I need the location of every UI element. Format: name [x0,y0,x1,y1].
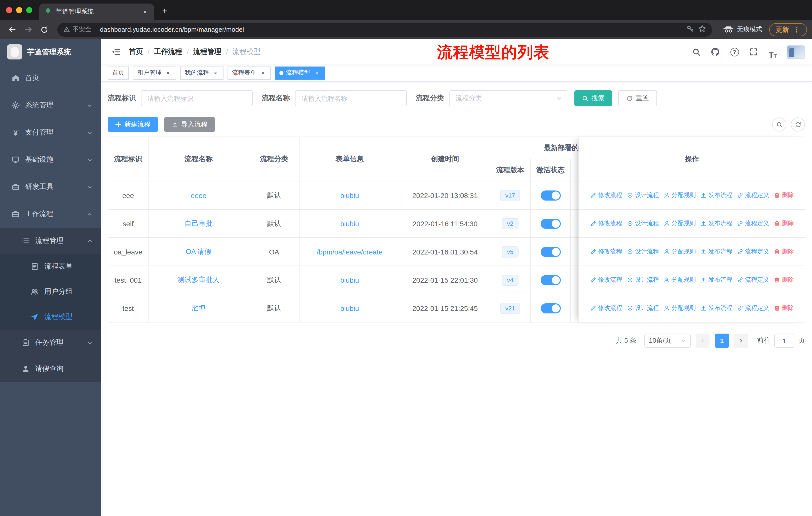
help-icon[interactable] [726,44,743,60]
font-size-icon[interactable] [765,44,781,60]
row-action-design[interactable]: 设计流程 [627,247,659,256]
row-action-edit[interactable]: 修改流程 [590,219,622,228]
sidebar-item-leave-query[interactable]: 请假查询 [0,356,101,382]
sidebar-item-infrastructure[interactable]: 基础设施 [0,146,101,173]
reset-button[interactable]: 重置 [618,90,657,106]
page-number-1[interactable]: 1 [715,333,729,348]
active-toggle[interactable] [541,218,560,228]
create-process-button[interactable]: 新建流程 [108,117,158,132]
back-button[interactable] [5,22,19,36]
sidebar-item-home[interactable]: 首页 [0,64,101,92]
row-action-publish[interactable]: 发布流程 [700,219,732,228]
bookmark-star-icon[interactable] [698,25,706,34]
process-name-input[interactable] [295,90,407,106]
row-action-definition[interactable]: 流程定义 [737,276,769,284]
tag-close-icon[interactable] [165,69,172,76]
sidebar-item-process-management[interactable]: 流程管理 [0,228,101,254]
row-action-delete[interactable]: 删除 [774,191,794,199]
row-action-design[interactable]: 设计流程 [627,191,659,199]
page-size-select[interactable]: 10条/页 [644,333,691,348]
row-action-delete[interactable]: 删除 [774,304,794,313]
tag-home[interactable]: 首页 [108,66,129,79]
row-action-definition[interactable]: 流程定义 [737,247,769,256]
app-logo[interactable]: 芋道管理系统 [0,39,101,64]
minimize-window-button[interactable] [16,7,22,13]
tag-close-icon[interactable] [313,69,320,76]
row-action-definition[interactable]: 流程定义 [737,191,769,199]
row-action-edit[interactable]: 修改流程 [590,191,622,199]
sidebar-item-devtools[interactable]: 研发工具 [0,173,101,200]
row-action-assign[interactable]: 分配规则 [664,219,696,228]
close-window-button[interactable] [6,7,12,13]
row-action-publish[interactable]: 发布流程 [700,304,732,313]
hamburger-icon[interactable] [108,44,124,60]
fullscreen-icon[interactable] [746,44,762,60]
security-warning[interactable]: 不安全 [63,25,91,34]
sidebar-item-workflow[interactable]: 工作流程 [0,200,101,228]
tag-my-process[interactable]: 我的流程 [180,66,224,79]
browser-update-button[interactable]: 更新 [769,23,807,36]
breadcrumb-home[interactable]: 首页 [129,47,143,56]
sidebar-item-process-model[interactable]: 流程模型 [0,304,101,330]
github-icon[interactable] [707,44,723,60]
password-key-icon[interactable] [686,25,694,34]
tag-close-icon[interactable] [212,69,219,76]
breadcrumb-process-management[interactable]: 流程管理 [193,47,222,56]
active-toggle[interactable] [541,303,560,313]
goto-page-input[interactable] [774,333,794,348]
form-info-link[interactable]: biubiu [340,276,359,284]
reload-button[interactable] [37,22,51,36]
next-page-button[interactable] [734,333,748,348]
row-action-assign[interactable]: 分配规则 [664,191,696,199]
active-toggle[interactable] [541,247,560,257]
row-action-delete[interactable]: 删除 [774,219,794,228]
url-text[interactable]: dashboard.yudao.iocoder.cn/bpm/manager/m… [100,26,682,33]
tag-tenant-management[interactable]: 租户管理 [133,66,176,79]
forward-button[interactable] [21,22,35,36]
row-action-definition[interactable]: 流程定义 [737,304,769,313]
process-name-link[interactable]: 测试多审批人 [177,275,220,284]
tag-process-model[interactable]: 流程模型 [275,66,325,79]
form-info-link[interactable]: biubiu [340,304,359,312]
process-category-select[interactable]: 流程分类 [449,90,567,106]
sidebar-item-task-management[interactable]: 任务管理 [0,330,101,356]
process-name-link[interactable]: OA 请假 [186,247,212,256]
row-action-assign[interactable]: 分配规则 [664,276,696,284]
tag-process-form[interactable]: 流程表单 [228,66,271,79]
form-info-link[interactable]: biubiu [340,219,359,227]
table-refresh-button[interactable] [791,117,805,132]
row-action-assign[interactable]: 分配规则 [664,304,696,313]
row-action-edit[interactable]: 修改流程 [590,247,622,256]
active-toggle[interactable] [541,275,560,285]
search-icon[interactable] [688,44,704,60]
zoom-window-button[interactable] [26,7,32,13]
sidebar-item-user-group[interactable]: 用户分组 [0,279,101,304]
process-key-input[interactable] [141,90,253,106]
row-action-design[interactable]: 设计流程 [627,219,659,228]
process-name-link[interactable]: 自己审批 [184,219,213,228]
sidebar-item-process-form[interactable]: 流程表单 [0,254,101,279]
process-name-link[interactable]: 滔博 [192,304,206,313]
tag-close-icon[interactable] [259,69,266,76]
form-info-link[interactable]: biubiu [340,191,359,199]
row-action-publish[interactable]: 发布流程 [700,247,732,256]
row-action-assign[interactable]: 分配规则 [664,247,696,256]
row-action-delete[interactable]: 删除 [774,247,794,256]
row-action-definition[interactable]: 流程定义 [737,219,769,228]
import-process-button[interactable]: 导入流程 [164,117,215,132]
user-avatar[interactable] [787,45,805,59]
sidebar-item-system[interactable]: 系统管理 [0,92,101,119]
new-tab-button[interactable] [158,4,171,18]
sidebar-item-payment[interactable]: ¥ 支付管理 [0,119,101,146]
breadcrumb-workflow[interactable]: 工作流程 [154,47,182,56]
prev-page-button[interactable] [696,333,710,348]
tab-close-icon[interactable] [141,7,149,16]
row-action-edit[interactable]: 修改流程 [590,304,622,313]
address-bar[interactable]: 不安全 dashboard.yudao.iocoder.cn/bpm/manag… [57,22,712,36]
browser-tab[interactable]: 芋道管理系统 [39,3,154,20]
row-action-delete[interactable]: 删除 [774,276,794,284]
table-search-button[interactable] [772,117,786,132]
active-toggle[interactable] [541,190,560,200]
row-action-publish[interactable]: 发布流程 [700,276,732,284]
search-button[interactable]: 搜索 [574,90,612,106]
